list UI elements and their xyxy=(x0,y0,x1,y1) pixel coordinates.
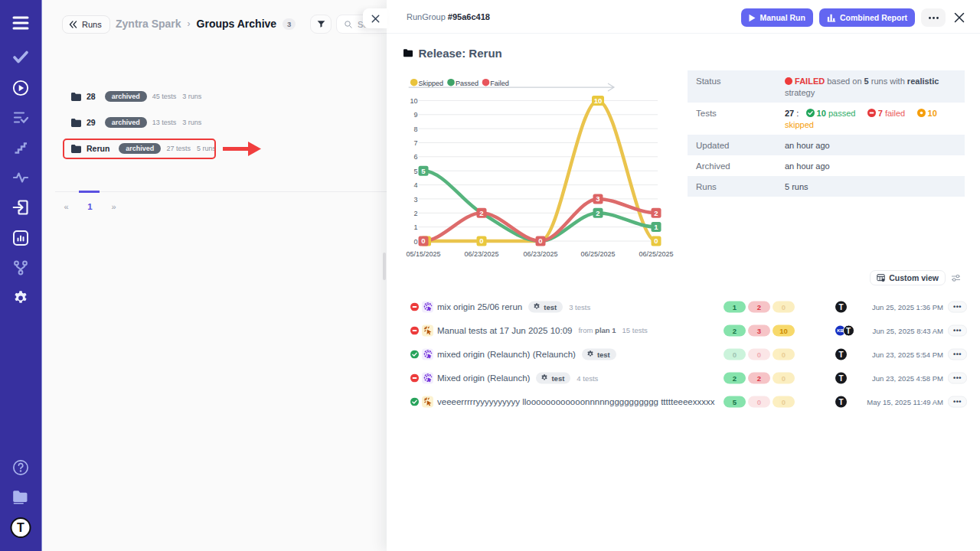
svg-text:Skipped: Skipped xyxy=(419,80,444,87)
svg-text:2: 2 xyxy=(654,209,658,217)
svg-text:Passed: Passed xyxy=(456,80,479,87)
svg-text:9: 9 xyxy=(413,111,417,119)
svg-text:06/25/2025: 06/25/2025 xyxy=(639,250,673,258)
svg-text:0: 0 xyxy=(654,236,658,245)
svg-text:5: 5 xyxy=(413,168,417,175)
svg-text:1: 1 xyxy=(413,223,417,231)
svg-text:0: 0 xyxy=(538,236,542,245)
svg-text:3: 3 xyxy=(413,196,417,204)
svg-text:2: 2 xyxy=(413,210,417,217)
svg-text:5: 5 xyxy=(421,167,426,175)
svg-text:Failed: Failed xyxy=(490,80,509,87)
svg-text:0: 0 xyxy=(421,236,425,245)
svg-text:3: 3 xyxy=(596,194,599,203)
svg-text:0: 0 xyxy=(413,238,417,246)
svg-text:8: 8 xyxy=(413,126,417,133)
svg-text:1: 1 xyxy=(654,223,658,231)
svg-text:2: 2 xyxy=(479,209,483,217)
svg-text:06/23/2025: 06/23/2025 xyxy=(523,250,557,258)
svg-text:6: 6 xyxy=(413,153,417,161)
svg-text:10: 10 xyxy=(410,97,417,105)
svg-text:06/23/2025: 06/23/2025 xyxy=(464,250,498,258)
svg-text:0: 0 xyxy=(479,236,483,245)
svg-text:4: 4 xyxy=(413,181,417,189)
svg-text:2: 2 xyxy=(596,209,599,217)
svg-text:05/15/2025: 05/15/2025 xyxy=(406,250,440,258)
svg-text:10: 10 xyxy=(594,96,603,105)
svg-text:7: 7 xyxy=(413,139,417,147)
svg-text:06/25/2025: 06/25/2025 xyxy=(580,250,615,258)
